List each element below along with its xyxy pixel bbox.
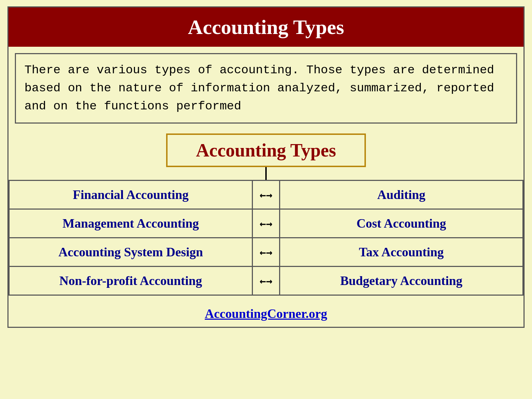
- left-label-1: Financial Accounting: [73, 187, 188, 202]
- diagram-area: Accounting Types Financial Accounting ←→…: [9, 130, 523, 299]
- left-label-3: Accounting System Design: [58, 245, 203, 260]
- diagram-row-2: Management Accounting ←→ Cost Accounting: [9, 209, 523, 237]
- right-cell-1: Auditing: [280, 181, 523, 209]
- right-label-4: Budgetary Accounting: [340, 273, 462, 288]
- left-cell-1: Financial Accounting: [9, 181, 252, 209]
- left-cell-2: Management Accounting: [9, 210, 252, 237]
- left-cell-4: Non-for-profit Accounting: [9, 267, 252, 295]
- right-cell-2: Cost Accounting: [280, 210, 523, 237]
- right-label-3: Tax Accounting: [359, 245, 444, 260]
- description-box: There are various types of accounting. T…: [15, 53, 517, 124]
- diagram-center-title: Accounting Types: [196, 140, 336, 160]
- arrow-2: ←→: [260, 217, 272, 230]
- left-label-2: Management Accounting: [63, 216, 199, 231]
- arrow-3: ←→: [260, 246, 272, 258]
- arrow-cell-4: ←→: [252, 267, 280, 295]
- arrow-cell-2: ←→: [252, 210, 280, 237]
- left-label-4: Non-for-profit Accounting: [60, 273, 202, 288]
- main-container: Accounting Types There are various types…: [7, 6, 525, 328]
- header: Accounting Types: [9, 7, 523, 47]
- right-label-2: Cost Accounting: [356, 216, 446, 231]
- diagram-row-4: Non-for-profit Accounting ←→ Budgetary A…: [9, 266, 523, 296]
- left-cell-3: Accounting System Design: [9, 238, 252, 266]
- diagram-row-3: Accounting System Design ←→ Tax Accounti…: [9, 237, 523, 266]
- header-title: Accounting Types: [188, 16, 344, 39]
- right-cell-4: Budgetary Accounting: [280, 267, 523, 295]
- right-label-1: Auditing: [377, 187, 425, 202]
- footer-link[interactable]: AccountingCorner.org: [205, 307, 327, 321]
- diagram-rows: Financial Accounting ←→ Auditing Managem…: [9, 180, 523, 296]
- right-cell-3: Tax Accounting: [280, 238, 523, 266]
- diagram-vertical-line: [265, 167, 267, 180]
- arrow-4: ←→: [260, 275, 272, 287]
- diagram-row-1: Financial Accounting ←→ Auditing: [9, 180, 523, 209]
- arrow-cell-3: ←→: [252, 238, 280, 266]
- arrow-cell-1: ←→: [252, 181, 280, 209]
- description-text: There are various types of accounting. T…: [24, 61, 508, 115]
- diagram-center-box: Accounting Types: [166, 133, 366, 167]
- footer: AccountingCorner.org: [9, 299, 523, 327]
- arrow-1: ←→: [260, 189, 272, 201]
